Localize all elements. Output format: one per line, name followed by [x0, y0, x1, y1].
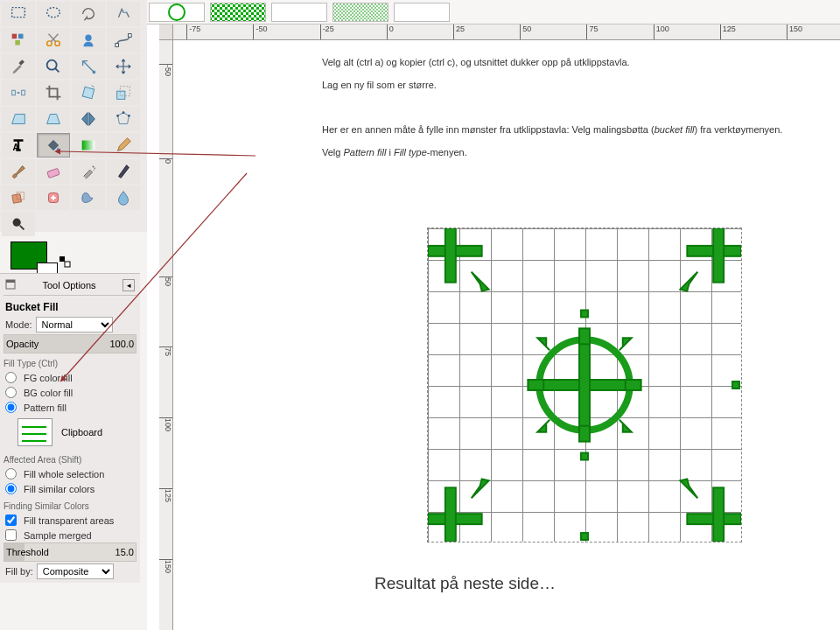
- thumb-5[interactable]: [394, 3, 450, 22]
- fill-whole-label: Fill whole selection: [24, 469, 104, 480]
- paintbrush-tool[interactable]: [2, 159, 35, 184]
- ink-tool[interactable]: [107, 159, 140, 184]
- svg-point-8: [85, 35, 91, 41]
- move-tool[interactable]: [107, 54, 140, 79]
- fill-transparent-label: Fill transparent areas: [24, 515, 114, 526]
- scissors-tool[interactable]: [37, 28, 70, 52]
- svg-rect-15: [22, 90, 25, 95]
- tool-grid: A: [2, 2, 145, 236]
- fg-fill-radio[interactable]: [5, 372, 17, 383]
- affected-area-section: Affected Area (Shift): [4, 450, 136, 466]
- ruler-corner: [159, 24, 173, 40]
- collapse-icon[interactable]: ◂: [122, 279, 135, 291]
- rect-select-tool[interactable]: [2, 2, 35, 26]
- toolbox: A: [0, 0, 147, 232]
- gradient-tool[interactable]: [72, 133, 105, 158]
- pattern-fill-radio[interactable]: [5, 402, 17, 413]
- mode-select[interactable]: Normal: [36, 317, 113, 332]
- pattern-fill-label: Pattern fill: [24, 402, 66, 413]
- dock-icon[interactable]: [5, 279, 16, 291]
- shear-tool[interactable]: [2, 107, 35, 131]
- svg-rect-33: [60, 256, 65, 262]
- svg-rect-11: [18, 60, 24, 65]
- smudge-tool[interactable]: [72, 186, 105, 210]
- align-tool[interactable]: [2, 80, 35, 105]
- thumbnail-strip: [147, 0, 840, 24]
- pattern-art: [428, 228, 741, 542]
- thumb-4[interactable]: [332, 3, 388, 22]
- svg-point-27: [94, 168, 95, 169]
- svg-rect-9: [116, 44, 119, 47]
- fill-transparent-check[interactable]: [5, 514, 17, 526]
- opacity-label: Opacity: [6, 339, 38, 349]
- airbrush-tool[interactable]: [72, 159, 105, 184]
- svg-point-1: [47, 8, 60, 18]
- thumb-3[interactable]: [271, 3, 327, 22]
- svg-rect-25: [47, 168, 60, 178]
- foreground-select-tool[interactable]: [72, 28, 105, 52]
- eyedropper-tool[interactable]: [2, 54, 35, 79]
- sample-merged-check[interactable]: [5, 529, 17, 541]
- fill-similar-label: Fill similar colors: [24, 484, 94, 494]
- svg-rect-41: [579, 426, 590, 442]
- scale-tool[interactable]: [107, 80, 140, 105]
- svg-rect-17: [82, 87, 94, 98]
- heal-tool[interactable]: [37, 186, 70, 210]
- svg-point-26: [93, 166, 94, 168]
- color-swatch: [2, 242, 145, 271]
- eraser-tool[interactable]: [37, 159, 70, 184]
- svg-rect-40: [579, 328, 590, 344]
- measure-tool[interactable]: [72, 54, 105, 79]
- fill-type-section: Fill Type (Ctrl): [4, 354, 136, 370]
- bucket-fill-tool[interactable]: [37, 133, 70, 158]
- svg-point-2: [123, 10, 127, 13]
- lasso-tool[interactable]: [72, 2, 105, 26]
- fill-whole-radio[interactable]: [5, 468, 17, 480]
- perspective-tool[interactable]: [37, 107, 70, 131]
- dodge-tool[interactable]: [2, 212, 35, 236]
- vertical-ruler: -50 0 50 75 100 125 150: [159, 40, 173, 630]
- svg-text:A: A: [13, 143, 20, 152]
- svg-rect-0: [12, 8, 25, 18]
- fillby-label: Fill by:: [5, 566, 33, 577]
- threshold-slider[interactable]: Threshold 15.0: [4, 542, 136, 562]
- svg-rect-14: [12, 90, 16, 95]
- pattern-preview[interactable]: [18, 418, 52, 446]
- color-select-tool[interactable]: [2, 28, 35, 52]
- svg-rect-45: [445, 228, 456, 283]
- bg-fill-radio[interactable]: [5, 387, 17, 398]
- thumb-1[interactable]: [149, 3, 205, 22]
- flip-tool[interactable]: [72, 107, 105, 131]
- threshold-label: Threshold: [6, 547, 49, 557]
- fillby-select[interactable]: Composite: [37, 564, 114, 579]
- rotate-tool[interactable]: [72, 80, 105, 105]
- fill-similar-radio[interactable]: [5, 483, 17, 494]
- svg-point-22: [122, 111, 125, 114]
- canvas-area: -75 -50 -25 0 25 50 75 100 125 150 -50 0…: [147, 0, 840, 630]
- sample-merged-label: Sample merged: [24, 530, 92, 541]
- opacity-slider[interactable]: Opacity 100.0: [4, 334, 136, 354]
- thumb-2[interactable]: [210, 3, 266, 22]
- svg-rect-36: [6, 280, 15, 283]
- cage-tool[interactable]: [107, 107, 140, 131]
- pattern-canvas[interactable]: [427, 228, 742, 542]
- horizontal-ruler: -75 -50 -25 0 25 50 75 100 125 150: [173, 24, 840, 40]
- blur-tool[interactable]: [107, 186, 140, 210]
- clone-tool[interactable]: [2, 186, 35, 210]
- svg-rect-39: [579, 341, 590, 428]
- svg-point-21: [128, 115, 130, 117]
- swap-colors-icon[interactable]: [59, 256, 73, 271]
- svg-rect-42: [528, 380, 543, 390]
- svg-rect-4: [18, 34, 24, 39]
- paths-tool[interactable]: [107, 28, 140, 52]
- pencil-tool[interactable]: [107, 133, 140, 158]
- bg-fill-label: BG color fill: [24, 388, 73, 398]
- tool-options-label: Tool Options: [42, 280, 95, 290]
- text-tool[interactable]: A: [2, 133, 35, 158]
- tool-options-panel: Tool Options ◂ Bucket Fill Mode: Normal …: [0, 273, 140, 583]
- zoom-tool[interactable]: [37, 54, 70, 79]
- ellipse-select-tool[interactable]: [37, 2, 70, 26]
- fuzzy-select-tool[interactable]: [107, 2, 140, 26]
- crop-tool[interactable]: [37, 80, 70, 105]
- mode-label: Mode:: [5, 319, 32, 330]
